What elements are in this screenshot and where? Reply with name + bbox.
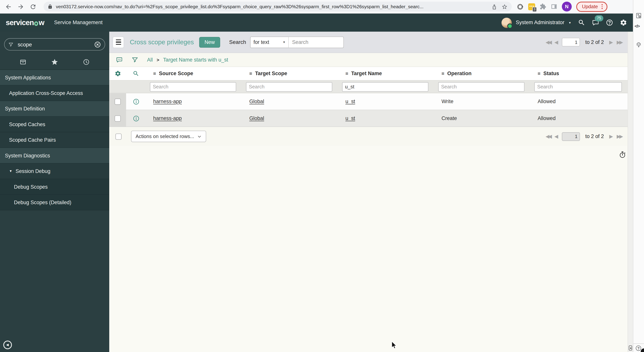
- filter-target-name-input[interactable]: [342, 82, 428, 92]
- column-header-status[interactable]: ≡Status: [530, 67, 628, 80]
- column-search-toggle-icon[interactable]: [133, 70, 139, 77]
- user-avatar[interactable]: [502, 18, 512, 28]
- user-menu[interactable]: System Administrator: [516, 20, 564, 26]
- sidebar-collapse-button[interactable]: ◀: [3, 340, 12, 349]
- page-number-input[interactable]: [562, 132, 580, 141]
- search-type-select[interactable]: for text ▼: [250, 37, 288, 48]
- extension-yellow-icon[interactable]: 3: [528, 3, 535, 10]
- cell-target-scope-link[interactable]: Global: [242, 110, 338, 126]
- expand-triangle-icon[interactable]: ▼: [9, 169, 12, 173]
- scrollbar-marker-icon[interactable]: [629, 346, 632, 350]
- global-search-icon[interactable]: [578, 19, 585, 26]
- column-label: Operation: [447, 71, 472, 76]
- chat-badge: 75: [595, 15, 603, 21]
- chevron-down-icon: [197, 134, 202, 139]
- page-number-input[interactable]: [562, 38, 580, 46]
- browser-profile-avatar[interactable]: N: [562, 2, 572, 12]
- all-applications-icon[interactable]: [19, 58, 27, 66]
- list-settings-gear-icon[interactable]: [114, 70, 121, 77]
- filter-operation-input[interactable]: [438, 82, 524, 92]
- last-page-icon[interactable]: ▶▶: [617, 134, 622, 139]
- cell-target-scope-link[interactable]: Global: [242, 93, 338, 110]
- row-checkbox[interactable]: [114, 115, 121, 121]
- history-clock-icon[interactable]: [82, 58, 90, 66]
- vertical-scrollbar[interactable]: [628, 32, 633, 352]
- connect-chat-button[interactable]: 75: [592, 19, 599, 26]
- share-icon[interactable]: [491, 4, 498, 10]
- browser-reload-icon[interactable]: [30, 3, 36, 10]
- side-panel-icon[interactable]: [551, 3, 557, 10]
- first-page-icon[interactable]: ◀◀: [546, 39, 551, 45]
- navigator-filter-input[interactable]: [17, 41, 91, 48]
- list-chat-icon[interactable]: [116, 56, 123, 63]
- next-page-icon[interactable]: ▶: [609, 39, 613, 45]
- extension-spinner-icon[interactable]: [517, 3, 524, 10]
- bookmark-star-icon[interactable]: [502, 4, 508, 10]
- next-page-icon[interactable]: ▶: [609, 134, 613, 139]
- chrome-update-button[interactable]: Update: [576, 2, 608, 12]
- help-icon[interactable]: [606, 19, 613, 26]
- settings-gear-icon[interactable]: [620, 19, 627, 26]
- response-time-stopwatch-icon[interactable]: [618, 151, 626, 158]
- column-menu-icon[interactable]: ≡: [442, 71, 444, 76]
- column-header-source-scope[interactable]: ≡Source Scope: [146, 67, 242, 80]
- browser-forward-icon[interactable]: [17, 3, 24, 10]
- previous-page-icon[interactable]: ◀: [554, 134, 558, 139]
- help-question-icon[interactable]: ?: [636, 346, 641, 351]
- record-info-icon[interactable]: [132, 115, 139, 122]
- row-checkbox[interactable]: [114, 98, 121, 104]
- list-search-input[interactable]: [288, 37, 344, 48]
- sidebar-item-scoped-cache-pairs[interactable]: Scoped Cache Pairs: [0, 132, 109, 148]
- list-footer: Actions on selected rows... ◀◀ ◀ to 2 of…: [109, 127, 628, 146]
- sidebar-group-session-debug[interactable]: ▼Session Debug: [0, 164, 109, 179]
- extensions-puzzle-icon[interactable]: [540, 3, 546, 10]
- column-header-operation[interactable]: ≡Operation: [434, 67, 530, 80]
- breadcrumb-filter-link[interactable]: Target Name starts with u_st: [163, 57, 228, 63]
- url-text[interactable]: ven03172.service-now.com/nav_to.do?uri=%…: [56, 4, 488, 9]
- cell-source-scope-link[interactable]: harness-app: [146, 93, 242, 110]
- code-icon[interactable]: </>: [634, 24, 640, 28]
- column-menu-icon[interactable]: ≡: [346, 71, 348, 76]
- sidebar-item-scoped-caches[interactable]: Scoped Caches: [0, 117, 109, 132]
- record-info-icon[interactable]: [132, 98, 139, 105]
- cell-source-scope-link[interactable]: harness-app: [146, 110, 242, 126]
- sidebar-section-system-applications[interactable]: System Applications: [0, 70, 109, 85]
- filter-target-scope-input[interactable]: [246, 82, 332, 92]
- sidebar-section-system-definition[interactable]: System Definition: [0, 101, 109, 116]
- sidebar-section-system-diagnostics[interactable]: System Diagnostics: [0, 148, 109, 163]
- clear-filter-icon[interactable]: [94, 41, 101, 48]
- last-page-icon[interactable]: ▶▶: [617, 39, 622, 45]
- browser-menu-icon[interactable]: [602, 4, 602, 9]
- actions-select[interactable]: Actions on selected rows...: [131, 130, 206, 142]
- first-page-icon[interactable]: ◀◀: [546, 134, 551, 139]
- previous-page-icon[interactable]: ◀: [554, 39, 558, 45]
- lock-icon: [48, 4, 53, 9]
- browser-back-icon[interactable]: [5, 3, 12, 10]
- breadcrumb-funnel-icon[interactable]: [132, 56, 138, 63]
- select-all-checkbox[interactable]: [116, 133, 122, 140]
- reading-list-icon[interactable]: [636, 12, 642, 19]
- servicenow-logo[interactable]: servicenw: [6, 18, 44, 27]
- filter-source-scope-input[interactable]: [150, 82, 236, 92]
- favorites-star-icon[interactable]: [51, 58, 58, 66]
- sidebar-label: Session Debug: [16, 168, 50, 174]
- address-bar[interactable]: ven03172.service-now.com/nav_to.do?uri=%…: [44, 2, 512, 12]
- column-menu-icon[interactable]: ≡: [153, 71, 156, 76]
- new-button[interactable]: New: [199, 37, 220, 48]
- column-menu-icon[interactable]: ≡: [538, 71, 540, 76]
- cell-target-name-link[interactable]: u_st: [338, 110, 434, 126]
- lightbulb-icon[interactable]: [636, 42, 642, 48]
- list-title[interactable]: Cross scope privileges: [130, 38, 194, 46]
- column-header-target-name[interactable]: ≡Target Name: [338, 67, 434, 80]
- cell-target-name-link[interactable]: u_st: [338, 93, 434, 110]
- navigator-filter[interactable]: [4, 38, 105, 50]
- column-header-target-scope[interactable]: ≡Target Scope: [242, 67, 338, 80]
- sidebar-item-debug-scopes-detailed[interactable]: Debug Scopes (Detailed): [0, 195, 109, 210]
- filter-status-input[interactable]: [534, 82, 622, 92]
- list-context-menu-button[interactable]: [112, 36, 124, 48]
- sidebar-item-application-cross-scope-access[interactable]: Application Cross-Scope Access: [0, 86, 109, 101]
- breadcrumb-all-link[interactable]: All: [147, 57, 153, 63]
- user-menu-caret-icon[interactable]: ▼: [568, 21, 571, 24]
- sidebar-item-debug-scopes[interactable]: Debug Scopes: [0, 179, 109, 194]
- column-menu-icon[interactable]: ≡: [249, 71, 252, 76]
